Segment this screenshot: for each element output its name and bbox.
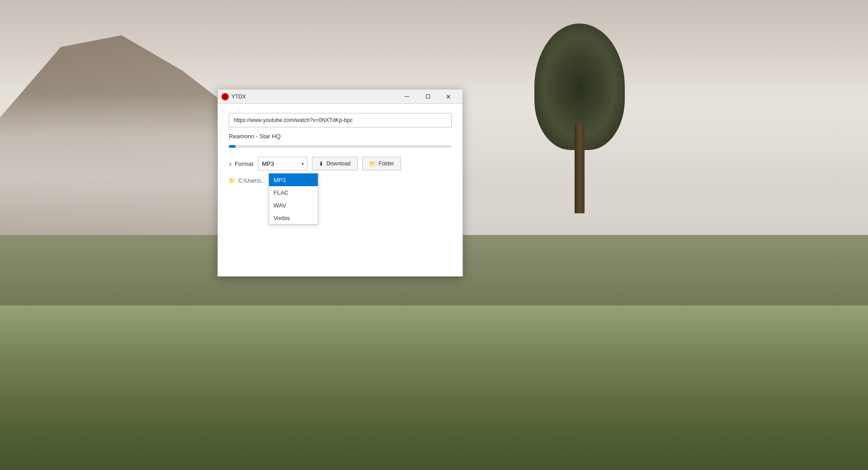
format-dropdown: MP3 FLAC WAV Vorbis [269,173,318,225]
folder-path-row: 📁 C:\Users\... [229,178,452,184]
tree-trunk [575,123,585,213]
maximize-icon [426,94,430,99]
progress-bar-fill [229,145,236,148]
minimize-icon [405,96,409,97]
dropdown-item-mp3[interactable]: MP3 [269,174,318,186]
close-icon: ✕ [446,94,451,100]
dropdown-item-wav[interactable]: WAV [269,199,318,212]
download-button[interactable]: ⬇ Download [312,157,357,170]
progress-bar-container [229,145,452,148]
window-controls: ✕ [396,89,459,104]
dropdown-item-flac[interactable]: FLAC [269,186,318,199]
format-label-text: Format [235,160,253,167]
format-select[interactable]: MP3 FLAC WAV Vorbis [258,157,307,170]
format-label-group: ♪ Format [229,160,253,167]
close-button[interactable]: ✕ [438,89,459,104]
app-icon [222,93,229,100]
folder-button[interactable]: 📁 Folder [362,157,401,170]
titlebar: YTDX ✕ [218,89,462,104]
window-title: YTDX [231,94,396,100]
window-content: Reamonn - Star HQ ♪ Format MP3 FLAC WAV … [218,104,462,276]
url-input[interactable] [229,113,452,127]
folder-path-text: C:\Users\... [238,178,265,184]
video-title: Reamonn - Star HQ [229,133,452,140]
minimize-button[interactable] [396,89,417,104]
bg-tree [534,24,625,213]
download-icon: ⬇ [319,160,324,167]
app-window: YTDX ✕ Reamonn - Star HQ ♪ [217,89,463,277]
folder-button-label: Folder [379,160,394,167]
format-row: ♪ Format MP3 FLAC WAV Vorbis ⬇ Download … [229,157,452,170]
dropdown-item-vorbis[interactable]: Vorbis [269,212,318,224]
format-select-wrapper: MP3 FLAC WAV Vorbis [258,157,307,170]
music-icon: ♪ [229,160,232,167]
maximize-button[interactable] [417,89,438,104]
bg-grass [0,306,868,470]
folder-icon: 📁 [369,160,376,167]
folder-path-icon: 📁 [229,178,236,184]
download-button-label: Download [326,160,350,167]
